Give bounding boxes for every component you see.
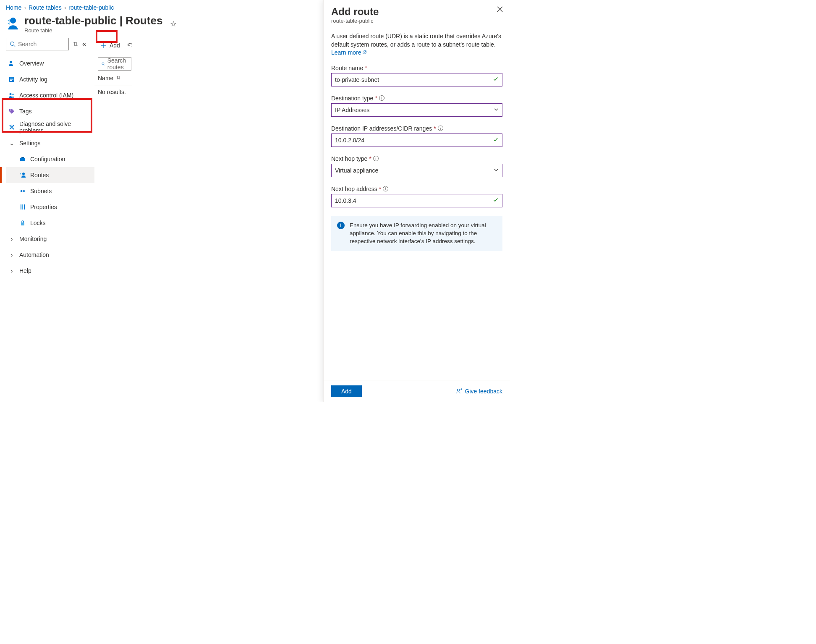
breadcrumb-current[interactable]: route-table-public bbox=[68, 4, 114, 11]
column-label: Name bbox=[98, 75, 113, 81]
feedback-label: Give feedback bbox=[465, 388, 503, 395]
next-hop-address-field[interactable] bbox=[335, 197, 493, 204]
diagnose-icon bbox=[8, 124, 15, 131]
sidebar-section-monitoring[interactable]: › Monitoring bbox=[6, 231, 94, 247]
properties-icon bbox=[19, 204, 26, 210]
chevron-down-icon bbox=[494, 167, 499, 174]
chevron-right-icon: › bbox=[8, 267, 15, 274]
panel-add-button[interactable]: Add bbox=[331, 385, 362, 397]
routes-icon bbox=[19, 172, 26, 178]
svg-point-12 bbox=[22, 173, 25, 175]
svg-point-8 bbox=[12, 94, 14, 95]
sidebar-label: Properties bbox=[30, 204, 57, 210]
routes-content: Add R Search routes Name No results. bbox=[94, 38, 132, 279]
info-icon[interactable]: i bbox=[438, 126, 443, 131]
sidebar-section-automation[interactable]: › Automation bbox=[6, 247, 94, 263]
sidebar-item-diagnose[interactable]: Diagnose and solve problems bbox=[6, 119, 94, 135]
tags-icon bbox=[8, 108, 15, 115]
svg-rect-6 bbox=[10, 80, 12, 81]
feedback-icon bbox=[456, 388, 463, 395]
svg-point-7 bbox=[10, 93, 12, 95]
overview-icon bbox=[8, 60, 15, 67]
panel-subtitle: route-table-public bbox=[331, 18, 502, 24]
svg-point-2 bbox=[10, 61, 12, 63]
route-name-field[interactable] bbox=[335, 76, 493, 83]
next-hop-address-label: Next hop address* i bbox=[331, 186, 502, 192]
svg-rect-11 bbox=[21, 157, 24, 158]
close-button[interactable] bbox=[497, 6, 503, 14]
sidebar-label: Diagnose and solve problems bbox=[19, 120, 92, 134]
sidebar-item-overview[interactable]: Overview bbox=[6, 55, 94, 71]
route-name-input[interactable] bbox=[331, 73, 502, 86]
sidebar-label: Help bbox=[19, 267, 31, 274]
add-button[interactable]: Add bbox=[98, 40, 123, 50]
configuration-icon bbox=[19, 156, 26, 162]
sidebar-label: Activity log bbox=[19, 76, 47, 83]
destination-type-select[interactable]: IP Addresses bbox=[331, 103, 502, 117]
give-feedback-link[interactable]: Give feedback bbox=[456, 388, 503, 395]
refresh-button[interactable]: R bbox=[127, 42, 132, 49]
svg-rect-13 bbox=[21, 204, 21, 209]
svg-point-9 bbox=[10, 110, 11, 110]
routes-search[interactable]: Search routes bbox=[98, 57, 131, 71]
table-header-name[interactable]: Name bbox=[94, 71, 132, 86]
favorite-star-icon[interactable]: ☆ bbox=[170, 19, 177, 29]
sidebar-item-locks[interactable]: Locks bbox=[6, 215, 94, 231]
valid-check-icon bbox=[493, 197, 499, 204]
valid-check-icon bbox=[493, 76, 499, 83]
svg-rect-14 bbox=[22, 204, 23, 209]
sidebar: ⇅ « Overview Activity log Access control… bbox=[0, 38, 94, 279]
iam-icon bbox=[8, 92, 15, 99]
routes-search-placeholder: Search routes bbox=[107, 57, 128, 71]
svg-rect-10 bbox=[20, 158, 25, 161]
cidr-input[interactable] bbox=[331, 134, 502, 147]
svg-line-1 bbox=[14, 45, 16, 47]
add-route-panel: Add route route-table-public A user defi… bbox=[323, 0, 510, 402]
info-icon[interactable]: i bbox=[373, 156, 379, 161]
info-circle-icon: i bbox=[337, 222, 345, 229]
sidebar-label: Monitoring bbox=[19, 236, 47, 242]
expand-icon[interactable]: ⇅ bbox=[73, 41, 78, 47]
destination-type-value: IP Addresses bbox=[335, 107, 494, 113]
table-empty: No results. bbox=[94, 86, 132, 98]
info-icon[interactable]: i bbox=[379, 95, 384, 101]
info-icon[interactable]: i bbox=[383, 186, 388, 191]
page-subtitle: Route table bbox=[24, 27, 162, 34]
learn-more-link[interactable]: Learn more bbox=[331, 49, 367, 56]
sidebar-label: Routes bbox=[30, 172, 49, 178]
add-label: Add bbox=[110, 42, 120, 49]
sidebar-label: Tags bbox=[19, 108, 32, 115]
breadcrumb-route-tables[interactable]: Route tables bbox=[29, 4, 62, 11]
sidebar-section-settings[interactable]: ⌄ Settings bbox=[6, 135, 94, 151]
cidr-field[interactable] bbox=[335, 137, 493, 144]
breadcrumb-home[interactable]: Home bbox=[6, 4, 21, 11]
external-link-icon bbox=[362, 50, 367, 55]
sidebar-item-properties[interactable]: Properties bbox=[6, 199, 94, 215]
sidebar-search[interactable] bbox=[6, 38, 69, 50]
collapse-sidebar-icon[interactable]: « bbox=[82, 40, 86, 48]
next-hop-address-input[interactable] bbox=[331, 194, 502, 207]
info-box: i Ensure you have IP forwarding enabled … bbox=[331, 216, 502, 251]
sidebar-section-help[interactable]: › Help bbox=[6, 263, 94, 279]
sidebar-item-routes[interactable]: Routes bbox=[6, 167, 94, 183]
sidebar-item-subnets[interactable]: Subnets bbox=[6, 183, 94, 199]
locks-icon bbox=[19, 220, 26, 226]
panel-title: Add route bbox=[331, 6, 502, 18]
sidebar-search-input[interactable] bbox=[18, 41, 65, 47]
svg-rect-15 bbox=[24, 204, 25, 209]
sidebar-item-iam[interactable]: Access control (IAM) bbox=[6, 87, 94, 103]
subnets-icon bbox=[19, 188, 26, 194]
sidebar-label: Subnets bbox=[30, 188, 52, 194]
chevron-right-icon: › bbox=[64, 4, 66, 11]
next-hop-type-select[interactable]: Virtual appliance bbox=[331, 164, 502, 177]
sidebar-label: Automation bbox=[19, 251, 49, 258]
svg-rect-16 bbox=[21, 223, 24, 225]
sidebar-item-activity-log[interactable]: Activity log bbox=[6, 71, 94, 87]
chevron-right-icon: › bbox=[8, 236, 15, 242]
svg-line-20 bbox=[104, 64, 105, 65]
route-table-icon bbox=[6, 16, 20, 32]
sidebar-item-configuration[interactable]: Configuration bbox=[6, 151, 94, 167]
sidebar-item-tags[interactable]: Tags bbox=[6, 103, 94, 119]
valid-check-icon bbox=[493, 136, 499, 144]
refresh-icon bbox=[127, 42, 132, 49]
